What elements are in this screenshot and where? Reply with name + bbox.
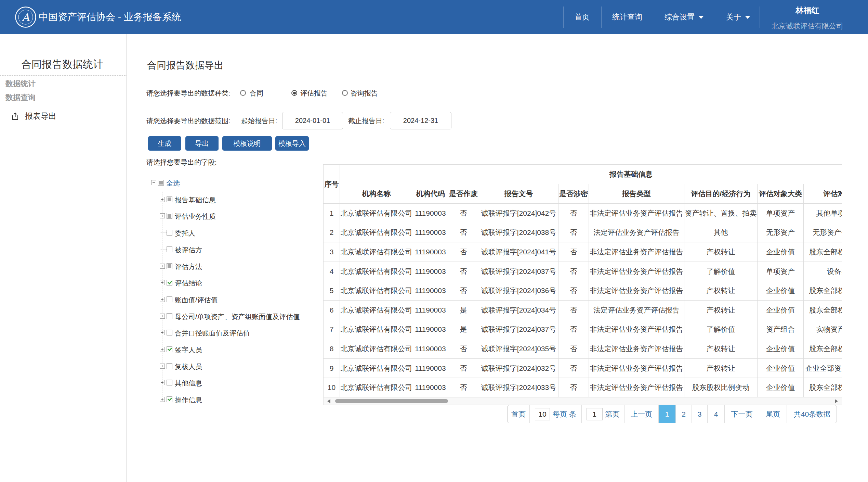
tree-node-label[interactable]: 评估方法 bbox=[175, 262, 202, 271]
table-cell: 产权转让 bbox=[684, 242, 758, 262]
tree-node-label[interactable]: 全选 bbox=[166, 179, 180, 188]
tree-checkbox-unchecked[interactable] bbox=[167, 330, 172, 335]
table-cell: 1 bbox=[324, 204, 340, 223]
scrollbar-right-arrow-icon[interactable] bbox=[835, 399, 838, 403]
user-name[interactable]: 林福红 bbox=[771, 5, 844, 16]
tree-node-label[interactable]: 被评估方 bbox=[175, 245, 202, 255]
table-cell: 10 bbox=[324, 378, 340, 397]
tree-expand-icon[interactable] bbox=[160, 280, 165, 285]
tree-checkbox-checked[interactable] bbox=[167, 280, 172, 286]
table-cell: 否 bbox=[558, 378, 589, 397]
pager-next-button[interactable]: 下一页 bbox=[725, 405, 759, 423]
pager-page-1[interactable]: 1 bbox=[659, 405, 676, 423]
tree-node-label[interactable]: 报告基础信息 bbox=[175, 195, 216, 205]
tree-node-label[interactable]: 评估结论 bbox=[175, 279, 202, 288]
export-button[interactable]: 导出 bbox=[185, 136, 219, 151]
tree-node-label[interactable]: 签字人员 bbox=[175, 345, 202, 355]
tree-node-label[interactable]: 其他信息 bbox=[175, 379, 202, 388]
table-cell: 产权转让 bbox=[684, 339, 758, 359]
tree-node-2: 评估业务性质 bbox=[0, 207, 308, 224]
table-cell: 11190003 bbox=[413, 300, 448, 320]
tree-checkbox-unchecked[interactable] bbox=[167, 380, 172, 385]
nav-item-label: 关于 bbox=[726, 13, 741, 21]
tree-node-label[interactable]: 评估业务性质 bbox=[175, 212, 216, 221]
end-date-input[interactable]: 2024-12-31 bbox=[390, 112, 451, 129]
fields-label: 请选择您要导出的字段: bbox=[146, 158, 217, 166]
tree-checkbox-indeterminate[interactable] bbox=[167, 196, 172, 202]
tree-expand-icon[interactable] bbox=[160, 213, 165, 218]
nav-item-3[interactable]: 关于 bbox=[726, 0, 750, 34]
tree-expand-icon[interactable] bbox=[160, 264, 165, 269]
data-type-label: 请您选择要导出的数据种类: bbox=[146, 89, 231, 97]
tree-node-label[interactable]: 操作信息 bbox=[175, 395, 202, 405]
table-cell: 了解价值 bbox=[684, 320, 758, 339]
template-import-button[interactable]: 模板导入 bbox=[275, 136, 309, 151]
pager-last-button[interactable]: 尾页 bbox=[759, 405, 787, 423]
tree-expand-icon[interactable] bbox=[160, 397, 165, 402]
tree-expand-icon[interactable] bbox=[160, 347, 165, 352]
table-cell: 实物资产组合 bbox=[804, 320, 842, 339]
data-type-radio-2[interactable] bbox=[342, 90, 348, 96]
table-cell: 北京诚联评估有限公司 bbox=[340, 320, 413, 339]
tree-checkbox-unchecked[interactable] bbox=[167, 363, 172, 369]
table-cell: 诚联评报字[2024]038号 bbox=[479, 223, 558, 242]
pager-first-button[interactable]: 首页 bbox=[508, 405, 530, 423]
tree-node-4: 被评估方 bbox=[0, 241, 308, 258]
sidebar-item-report-export[interactable]: 报表导出 bbox=[11, 111, 56, 122]
tree-node-8: 母公司/单项资产、资产组账面值及评估值 bbox=[0, 308, 308, 325]
table-cell: 企业价值 bbox=[758, 300, 804, 320]
start-date-input[interactable]: 2024-01-01 bbox=[282, 112, 343, 129]
pager-prev-button[interactable]: 上一页 bbox=[624, 405, 659, 423]
tree-connector-stub bbox=[160, 232, 167, 233]
tree-expand-icon[interactable] bbox=[160, 380, 165, 385]
table-cell: 企业价值 bbox=[758, 378, 804, 397]
navbar: A 中国资产评估协会 - 业务报备系统 首页统计查询综合设置关于 林福红 北京诚… bbox=[0, 0, 868, 34]
page-number-input[interactable] bbox=[587, 408, 603, 420]
pager-page-4[interactable]: 4 bbox=[708, 405, 725, 423]
tree-checkbox-indeterminate[interactable] bbox=[167, 213, 172, 219]
tree-expand-icon[interactable] bbox=[160, 197, 165, 202]
scrollbar-thumb[interactable] bbox=[335, 399, 448, 403]
tree-expand-icon[interactable] bbox=[160, 364, 165, 369]
generate-button[interactable]: 生成 bbox=[148, 136, 181, 151]
tree-node-label[interactable]: 委托人 bbox=[175, 229, 195, 238]
nav-item-1[interactable]: 统计查询 bbox=[612, 0, 642, 34]
tree-expand-icon[interactable] bbox=[160, 330, 165, 335]
tree-checkbox-unchecked[interactable] bbox=[167, 246, 172, 252]
tree-checkbox-indeterminate[interactable] bbox=[167, 263, 172, 269]
tree-checkbox-checked[interactable] bbox=[167, 346, 172, 352]
table-cell: 5 bbox=[324, 281, 340, 301]
data-type-radio-0[interactable] bbox=[240, 90, 246, 96]
template-help-button[interactable]: 模板说明 bbox=[222, 136, 272, 151]
per-page-input[interactable] bbox=[535, 408, 550, 420]
nav-item-0[interactable]: 首页 bbox=[575, 0, 590, 34]
table-cell: 北京诚联评估有限公司 bbox=[340, 223, 413, 242]
tree-node-label[interactable]: 账面值/评估值 bbox=[175, 295, 218, 305]
tree-node-label[interactable]: 合并口径账面值及评估值 bbox=[175, 329, 250, 338]
tree-collapse-icon[interactable] bbox=[151, 180, 156, 185]
tree-checkbox-unchecked[interactable] bbox=[167, 296, 172, 302]
data-type-radio-1[interactable] bbox=[291, 90, 297, 96]
sidebar-item-data-statistics[interactable]: 数据统计 bbox=[5, 79, 36, 89]
scrollbar-left-arrow-icon[interactable] bbox=[327, 399, 330, 403]
column-header: 机构名称 bbox=[340, 184, 413, 204]
table-cell: 无形资产使用权 bbox=[804, 223, 842, 242]
tree-node-label[interactable]: 复核人员 bbox=[175, 362, 202, 371]
tree-expand-icon[interactable] bbox=[160, 297, 165, 302]
tree-node-label[interactable]: 母公司/单项资产、资产组账面值及评估值 bbox=[175, 312, 300, 321]
nav-item-label: 统计查询 bbox=[612, 13, 642, 21]
tree-checkbox-unchecked[interactable] bbox=[167, 230, 172, 236]
column-header: 报告文号 bbox=[479, 184, 558, 204]
page-number-label: 第页 bbox=[605, 409, 620, 419]
tree-checkbox-indeterminate[interactable] bbox=[158, 180, 164, 186]
tree-checkbox-unchecked[interactable] bbox=[167, 313, 172, 319]
pager-page-2[interactable]: 2 bbox=[676, 405, 692, 423]
table-cell: 北京诚联评估有限公司 bbox=[340, 378, 413, 397]
tree-expand-icon[interactable] bbox=[160, 314, 165, 319]
nav-item-2[interactable]: 综合设置 bbox=[665, 0, 703, 34]
sidebar-item-data-query[interactable]: 数据查询 bbox=[5, 92, 36, 103]
table-row: 8北京诚联评估有限公司11190003否诚联评报字[2024]035号否非法定评… bbox=[324, 339, 842, 359]
table-cell: 11190003 bbox=[413, 281, 448, 301]
pager-page-3[interactable]: 3 bbox=[692, 405, 708, 423]
tree-checkbox-checked[interactable] bbox=[167, 396, 172, 402]
